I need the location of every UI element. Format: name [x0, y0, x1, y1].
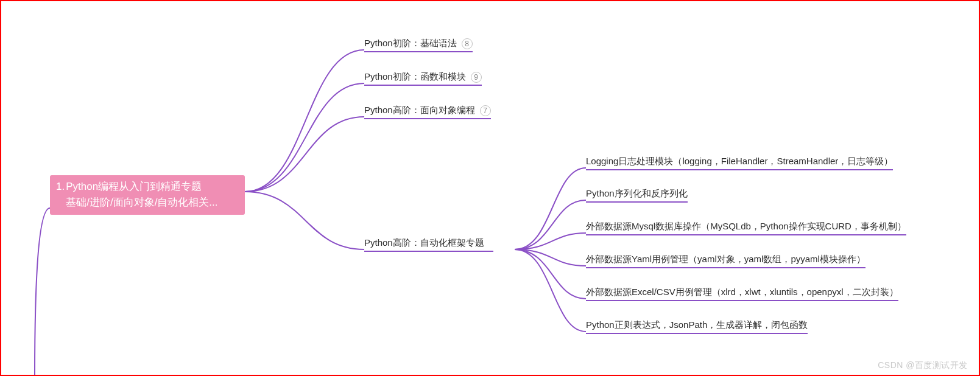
- leaf-node-logging[interactable]: Logging日志处理模块（logging，FileHandler，Stream…: [586, 156, 893, 170]
- watermark-text: CSDN @百度测试开发: [878, 360, 968, 371]
- branch-label: Python初阶：基础语法: [364, 38, 457, 49]
- leaf-label: Python序列化和反序列化: [586, 188, 688, 200]
- leaf-node-yaml[interactable]: 外部数据源Yaml用例管理（yaml对象，yaml数组，pyyaml模块操作）: [586, 254, 865, 268]
- root-node[interactable]: 1. Python编程从入门到精通专题 基础/进阶/面向对象/自动化相关...: [50, 175, 245, 215]
- branch-node-oop[interactable]: Python高阶：面向对象编程 7: [364, 105, 491, 119]
- leaf-node-serialization[interactable]: Python序列化和反序列化: [586, 188, 688, 203]
- leaf-label: 外部数据源Mysql数据库操作（MySQLdb，Python操作实现CURD，事…: [586, 221, 906, 232]
- leaf-node-regex-jsonpath[interactable]: Python正则表达式，JsonPath，生成器详解，闭包函数: [586, 319, 808, 334]
- branch-label: Python初阶：函数和模块: [364, 71, 466, 83]
- mindmap-canvas: 1. Python编程从入门到精通专题 基础/进阶/面向对象/自动化相关... …: [1, 1, 979, 375]
- leaf-label: Logging日志处理模块（logging，FileHandler，Stream…: [586, 156, 893, 167]
- leaf-label: 外部数据源Yaml用例管理（yaml对象，yaml数组，pyyaml模块操作）: [586, 254, 865, 265]
- count-badge: 8: [462, 38, 473, 49]
- root-number: 1.: [56, 179, 65, 195]
- count-badge: 7: [480, 105, 491, 116]
- leaf-label: Python正则表达式，JsonPath，生成器详解，闭包函数: [586, 319, 808, 331]
- branch-label: Python高阶：自动化框架专题: [364, 237, 484, 249]
- leaf-label: 外部数据源Excel/CSV用例管理（xlrd，xlwt，xluntils，op…: [586, 287, 898, 298]
- leaf-node-excel-csv[interactable]: 外部数据源Excel/CSV用例管理（xlrd，xlwt，xluntils，op…: [586, 287, 898, 301]
- count-badge: 9: [471, 72, 482, 83]
- branch-node-automation[interactable]: Python高阶：自动化框架专题: [364, 237, 493, 252]
- root-title: Python编程从入门到精通专题 基础/进阶/面向对象/自动化相关...: [66, 179, 217, 211]
- branch-node-functions-modules[interactable]: Python初阶：函数和模块 9: [364, 71, 482, 86]
- branch-label: Python高阶：面向对象编程: [364, 105, 475, 116]
- branch-node-basic-syntax[interactable]: Python初阶：基础语法 8: [364, 38, 473, 52]
- leaf-node-mysql[interactable]: 外部数据源Mysql数据库操作（MySQLdb，Python操作实现CURD，事…: [586, 221, 906, 235]
